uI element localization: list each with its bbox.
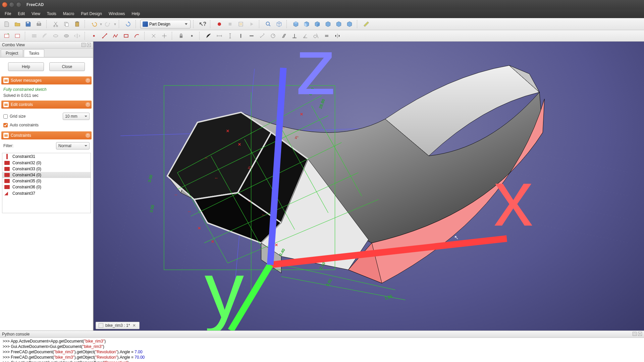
sketch-trim-icon[interactable] [149,31,158,41]
print-icon[interactable] [34,19,44,29]
sketch-external-icon[interactable] [160,31,169,41]
constraint-list[interactable]: Constraint31Constraint32 (0)Constraint33… [2,153,91,213]
panel-close-icon[interactable]: × [638,332,642,336]
copy-icon[interactable] [62,19,71,29]
sketch-viewsection-icon[interactable] [30,31,39,41]
list-item[interactable]: Constraint33 (0) [2,166,91,172]
new-doc-icon[interactable] [2,19,11,29]
minimize-icon[interactable] [9,2,14,7]
fit-all-icon[interactable] [264,19,273,29]
constraint-lock-icon[interactable] [176,31,186,41]
menu-file[interactable]: File [1,10,14,17]
panel-float-icon[interactable]: □ [82,43,86,47]
macro-record-icon[interactable] [215,19,224,29]
constraint-parallel-icon[interactable] [279,31,288,41]
sketch-polyline-icon[interactable] [111,31,120,41]
view-bottom-icon[interactable] [334,19,343,29]
constraint-angle-icon[interactable] [301,31,310,41]
filter-select[interactable]: Normal [56,142,90,149]
refresh-icon[interactable] [123,19,133,29]
workbench-selector[interactable]: Part Design [140,20,191,28]
list-item[interactable]: Constraint37 [2,190,91,197]
sketch-reorient-icon[interactable] [51,31,60,41]
constraint-pointonobj-icon[interactable] [204,31,213,41]
constraint-radius-icon[interactable] [268,31,278,41]
sketch-rect-icon[interactable] [121,31,131,41]
menu-tools[interactable]: Tools [44,10,60,17]
constraint-symm-icon[interactable] [333,31,342,41]
help-button[interactable]: Help [8,62,44,71]
menu-partdesign[interactable]: Part Design [77,10,105,17]
view-left-icon[interactable] [345,19,354,29]
edit-sketch-icon[interactable] [13,31,22,41]
console-output[interactable]: >>> App.ActiveDocument=App.getDocument("… [0,338,644,362]
svg-text:✕: ✕ [275,243,278,247]
list-item[interactable]: Constraint36 (0) [2,184,91,190]
iso-view-icon[interactable] [274,19,284,29]
close-button[interactable]: Close [49,62,85,71]
document-tab[interactable]: bike_rim3 : 1* ✕ [96,322,140,329]
grid-size-select[interactable]: 10 mm [63,113,90,120]
collapse-icon[interactable]: ⌃ [86,133,90,138]
view-front-icon[interactable] [291,19,301,29]
tab-tasks[interactable]: Tasks [24,49,44,57]
folder-icon [3,133,9,138]
sketch-mirror-icon[interactable] [72,31,82,41]
constraint-disty-icon[interactable] [225,31,235,41]
menu-edit[interactable]: Edit [14,10,28,17]
whatsthis-icon[interactable]: ↖? [198,19,207,29]
constraint-equal-icon[interactable] [322,31,331,41]
collapse-icon[interactable]: ⌃ [86,102,90,107]
constraint-dist-icon[interactable] [258,31,267,41]
constraint-distx-icon[interactable] [215,31,224,41]
maximize-icon[interactable] [16,2,21,7]
list-item[interactable]: Constraint34 (0) [2,172,91,178]
view-right-icon[interactable] [313,19,322,29]
open-doc-icon[interactable] [13,19,22,29]
constraint-perp-icon[interactable] [290,31,299,41]
close-icon[interactable]: ✕ [132,323,137,328]
macro-play-icon[interactable] [247,19,256,29]
undo-icon[interactable] [89,19,99,29]
menu-macro[interactable]: Macro [60,10,77,17]
sketch-arc-icon[interactable] [132,31,142,41]
collapse-icon[interactable]: ⌃ [86,78,90,83]
solver-messages-header[interactable]: Solver messages ⌃ [1,76,92,84]
cut-icon[interactable] [51,19,60,29]
list-item[interactable]: Constraint32 (0) [2,160,91,166]
constraint-coincident-icon[interactable] [187,31,197,41]
view-top-icon[interactable] [302,19,311,29]
svg-rect-14 [15,34,19,38]
sketch-line-icon[interactable] [100,31,109,41]
grid-size-checkbox[interactable] [3,114,8,119]
constraint-tangent-icon[interactable] [311,31,321,41]
tasks-body: Help Close Solver messages ⌃ Fully const… [0,57,93,330]
list-item[interactable]: Constraint31 [2,153,91,160]
redo-icon[interactable] [103,19,113,29]
paste-icon[interactable] [72,19,82,29]
list-item[interactable]: Constraint35 (0) [2,178,91,184]
panel-close-icon[interactable]: × [87,43,91,47]
sketch-mapsketch-icon[interactable] [40,31,50,41]
tab-project[interactable]: Project [1,49,23,57]
macro-list-icon[interactable] [236,19,246,29]
3d-viewport[interactable]: ✕✕ ↔↔ ↔↔ ↔↔ ✕✕ ✕↔ ✕✕ 0.40 28.80 3.50 3.5… [93,42,644,330]
sketch-validate-icon[interactable] [62,31,71,41]
save-icon[interactable] [23,19,33,29]
constraint-horiz-icon[interactable] [247,31,256,41]
menu-view[interactable]: View [28,10,44,17]
edit-controls-header[interactable]: Edit controls ⌃ [1,101,92,109]
menu-help[interactable]: Help [128,10,144,17]
macro-stop-icon[interactable] [225,19,235,29]
menu-windows[interactable]: Windows [105,10,128,17]
new-sketch-icon[interactable] [2,31,11,41]
measure-icon[interactable] [362,19,371,29]
console-title-label: Python console [2,332,30,337]
panel-float-icon[interactable]: □ [633,332,637,336]
auto-constraints-checkbox[interactable] [3,123,8,127]
constraint-vert-icon[interactable] [236,31,246,41]
constraints-header[interactable]: Constraints ⌃ [1,131,92,139]
sketch-point-icon[interactable] [89,31,99,41]
close-icon[interactable] [2,2,7,7]
view-rear-icon[interactable] [323,19,333,29]
